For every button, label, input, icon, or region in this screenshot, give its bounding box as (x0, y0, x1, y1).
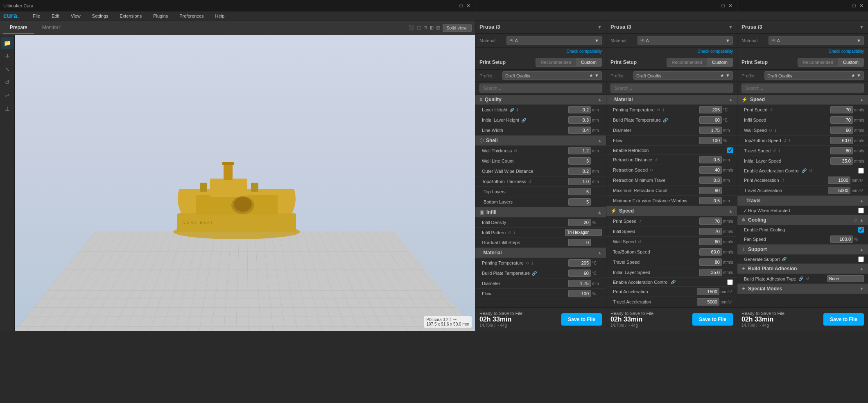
save-btn-3[interactable]: Save to File (823, 313, 864, 326)
section-cooling[interactable]: ❄ Cooling ⚙ ▲ (737, 215, 868, 225)
menu-preferences[interactable]: Preferences (177, 13, 206, 19)
travel-chevron[interactable]: ▲ (859, 198, 864, 203)
minimize-btn-2[interactable]: ─ (712, 2, 719, 9)
enable-retraction-cb[interactable] (727, 147, 733, 153)
wall-thickness-input[interactable] (568, 147, 591, 154)
profile-select-2[interactable]: Draft Quality ★ ▼ (633, 71, 733, 80)
support-chevron[interactable]: ▲ (859, 247, 864, 252)
maximize-btn-2[interactable]: □ (720, 2, 726, 9)
speed-chevron-2[interactable]: ▲ (728, 208, 733, 213)
topbot-speed-info-3[interactable]: ℹ (789, 138, 791, 143)
fan-speed-input[interactable] (830, 235, 853, 243)
initial-layer-speed-input-2[interactable] (699, 269, 722, 276)
outer-wall-wipe-input[interactable] (568, 168, 591, 175)
layer-height-link-icon[interactable]: 🔗 (509, 108, 515, 112)
print-accel-reset-3[interactable]: ↺ (781, 178, 785, 183)
btn-custom-2[interactable]: Custom (707, 58, 732, 66)
toolbar-move[interactable]: ✛ (1, 50, 14, 62)
travel-speed-info-3[interactable]: ℹ (778, 149, 780, 153)
retraction-min-travel-input[interactable] (699, 177, 722, 184)
material-select-3[interactable]: PLA▼ (769, 36, 864, 45)
infill-speed-input-3[interactable] (830, 116, 853, 124)
toolbar-scale[interactable]: ⤡ (1, 63, 14, 75)
generate-support-cb[interactable] (858, 256, 864, 262)
accel-link-2[interactable]: 🔗 (670, 280, 676, 284)
menu-view[interactable]: View (68, 13, 83, 19)
adhesion-chevron[interactable]: ▲ (859, 266, 864, 271)
travel-speed-input-2[interactable] (699, 258, 722, 266)
section-infill[interactable]: ▣ Infill ▲ (475, 207, 606, 217)
topbot-speed-input-3[interactable] (830, 137, 853, 144)
topbottom-thickness-input[interactable] (568, 178, 591, 185)
topbot-speed-reset-3[interactable]: ↺ (783, 138, 787, 143)
travel-speed-input-3[interactable] (830, 147, 853, 154)
section-special-modes[interactable]: ✦ Special Modes ▼ (737, 284, 868, 294)
diameter-input-1[interactable] (568, 280, 591, 287)
flow-input-2[interactable] (699, 137, 722, 144)
btn-custom-1[interactable]: Custom (576, 58, 601, 66)
gen-support-link[interactable]: 🔗 (781, 257, 787, 261)
section-adhesion[interactable]: ✦ Build Plate Adhesion ▲ (737, 264, 868, 274)
save-btn-2[interactable]: Save to File (692, 313, 733, 326)
retraction-speed-input[interactable] (699, 166, 722, 174)
check-compat-3[interactable]: Check compatibility (737, 48, 868, 55)
toolbar-file[interactable]: 📁 (1, 37, 14, 49)
close-btn-2[interactable]: ✕ (727, 2, 734, 9)
search-input-2[interactable] (610, 84, 733, 93)
enable-cooling-cb[interactable] (858, 227, 864, 233)
wall-line-count-input[interactable] (568, 157, 591, 165)
infill-pattern-reset-icon[interactable]: ↺ (507, 230, 511, 235)
minimize-btn-1[interactable]: ─ (450, 2, 457, 9)
print-temp-info-1[interactable]: ℹ (531, 261, 533, 265)
infill-pattern-info-icon[interactable]: ℹ (513, 230, 515, 235)
minimize-btn-3[interactable]: ─ (843, 2, 850, 9)
retract-dist-reset[interactable]: ↺ (654, 158, 658, 162)
tab-monitor[interactable]: Monitor ? (36, 22, 68, 34)
print-speed-input-2[interactable] (699, 217, 722, 225)
adhesion-link[interactable]: 🔗 (798, 276, 804, 281)
quality-chevron[interactable]: ▲ (597, 97, 602, 102)
travel-speed-reset-3[interactable]: ↺ (772, 149, 776, 153)
profile-select-3[interactable]: Draft Quality ★ ▼ (764, 71, 864, 80)
bed-temp-input-2[interactable] (699, 116, 722, 124)
section-travel[interactable]: ↑ Travel ▲ (737, 196, 868, 206)
toolbar-support[interactable]: ⊥ (1, 102, 14, 115)
bed-temp-input-1[interactable] (568, 269, 591, 277)
layer-height-input[interactable] (568, 106, 591, 113)
infill-pattern-select[interactable]: Tri-Hexagon Lines Grid (565, 229, 602, 236)
btn-custom-3[interactable]: Custom (838, 58, 863, 66)
section-material-2[interactable]: | Material ▲ (606, 95, 737, 105)
printer-chevron-1[interactable]: ▼ (597, 25, 602, 29)
print-accel-input-3[interactable] (828, 177, 850, 184)
section-speed-3[interactable]: ⚡ Speed ▲ (737, 95, 868, 105)
menu-settings[interactable]: Settings (90, 13, 111, 19)
maximize-btn-3[interactable]: □ (851, 2, 857, 9)
cooling-chevron[interactable]: ▲ (859, 217, 864, 222)
retraction-distance-input[interactable] (699, 156, 722, 163)
topbot-reset-icon[interactable]: ↺ (528, 179, 532, 184)
layer-height-info-icon[interactable]: ℹ (516, 108, 519, 112)
travel-accel-input-2[interactable] (697, 298, 719, 306)
check-compat-1[interactable]: Check compatibility (475, 48, 606, 55)
printer-chevron-3[interactable]: ▼ (859, 25, 864, 29)
line-width-input[interactable] (568, 127, 591, 134)
menu-help[interactable]: Help (213, 13, 227, 19)
wall-speed-reset-2[interactable]: ↺ (637, 240, 642, 244)
wall-speed-input-3[interactable] (830, 127, 853, 134)
wall-speed-input-2[interactable] (699, 238, 722, 245)
material-select-1[interactable]: PLA▼ (506, 36, 602, 45)
enable-accel-cb-2[interactable] (727, 279, 733, 285)
btn-recommended-1[interactable]: Recommended (536, 58, 576, 66)
max-retraction-input[interactable] (699, 187, 722, 194)
search-input-3[interactable] (741, 84, 864, 93)
check-compat-2[interactable]: Check compatibility (606, 48, 737, 55)
close-btn-1[interactable]: ✕ (465, 2, 472, 9)
cooling-gear-icon[interactable]: ⚙ (853, 218, 858, 222)
toolbar-mirror[interactable]: ⇌ (1, 89, 14, 102)
init-layer-link-icon[interactable]: 🔗 (521, 118, 527, 122)
wall-speed-reset-3[interactable]: ↺ (769, 128, 773, 133)
toolbar-rotate[interactable]: ↺ (1, 76, 14, 88)
accel-reset-3[interactable]: ↺ (809, 168, 813, 173)
profile-select-1[interactable]: Draft Quality ★ ▼ (502, 71, 602, 80)
adhesion-reset[interactable]: ↺ (805, 276, 809, 281)
